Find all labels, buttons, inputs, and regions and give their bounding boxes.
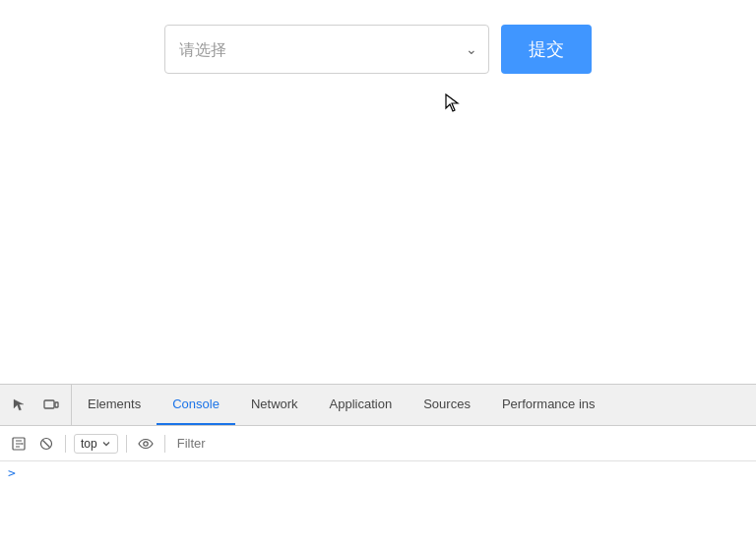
clear-console-icon[interactable] xyxy=(35,433,57,455)
live-expressions-icon[interactable] xyxy=(135,433,157,455)
tab-elements[interactable]: Elements xyxy=(72,385,157,425)
filter-input[interactable] xyxy=(173,434,748,453)
svg-rect-1 xyxy=(55,402,58,407)
tab-performance[interactable]: Performance ins xyxy=(486,385,611,425)
devtools-tabs: Elements Console Network Application Sou… xyxy=(72,385,756,425)
tab-application[interactable]: Application xyxy=(314,385,409,425)
dropdown-select[interactable]: 请选择 xyxy=(164,25,489,74)
execute-script-icon[interactable] xyxy=(8,433,30,455)
toolbar-separator-3 xyxy=(164,435,165,453)
toolbar-separator-2 xyxy=(126,435,127,453)
form-row: 请选择 ⌄ 提交 xyxy=(164,25,592,74)
svg-rect-0 xyxy=(44,400,54,408)
svg-line-4 xyxy=(43,440,50,447)
context-selector[interactable]: top xyxy=(74,434,118,454)
devtools-panel: Elements Console Network Application Sou… xyxy=(0,384,756,549)
tab-console[interactable]: Console xyxy=(157,385,235,425)
select-wrapper: 请选择 ⌄ xyxy=(164,25,489,74)
toolbar-separator xyxy=(65,435,66,453)
inspect-element-icon[interactable] xyxy=(8,394,32,417)
console-area: > xyxy=(0,461,756,549)
console-caret: > xyxy=(8,465,16,480)
devtools-header: Elements Console Network Application Sou… xyxy=(0,385,756,426)
tab-network[interactable]: Network xyxy=(235,385,314,425)
page-content: 请选择 ⌄ 提交 xyxy=(0,0,756,384)
tab-sources[interactable]: Sources xyxy=(408,385,486,425)
console-prompt-row: > xyxy=(8,465,748,480)
devtools-icon-group xyxy=(0,385,72,425)
devtools-toolbar: top xyxy=(0,426,756,461)
svg-point-5 xyxy=(143,441,147,445)
context-label: top xyxy=(81,437,97,451)
device-toolbar-icon[interactable] xyxy=(39,394,63,417)
submit-button[interactable]: 提交 xyxy=(501,25,592,74)
context-chevron-icon xyxy=(101,439,111,449)
